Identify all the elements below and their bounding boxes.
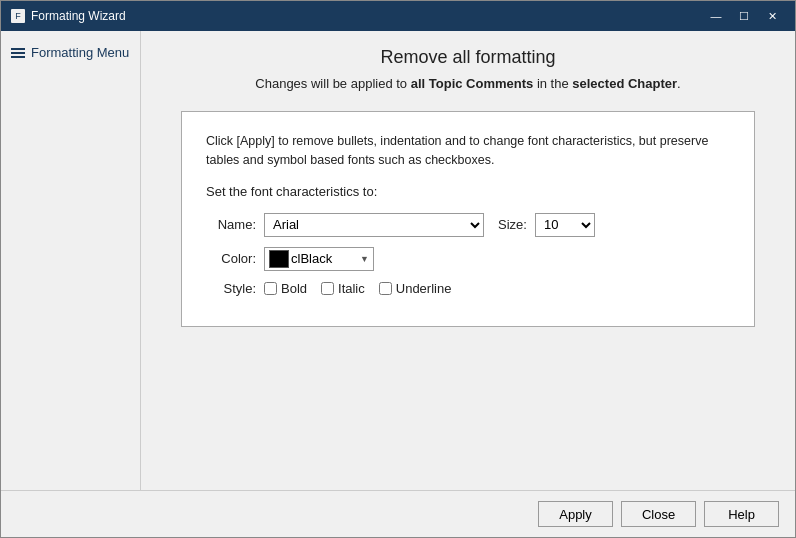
maximize-button[interactable]: ☐ xyxy=(731,7,757,25)
description-text: Click [Apply] to remove bullets, indenta… xyxy=(206,132,730,170)
minimize-button[interactable]: — xyxy=(703,7,729,25)
main-window: F Formating Wizard — ☐ ✕ Formatting Menu… xyxy=(0,0,796,538)
italic-label: Italic xyxy=(338,281,365,296)
footer: Apply Close Help xyxy=(1,490,795,537)
subtitle-bold2: selected Chapter xyxy=(572,76,677,91)
close-window-button[interactable]: ✕ xyxy=(759,7,785,25)
bold-label: Bold xyxy=(281,281,307,296)
italic-checkbox-label[interactable]: Italic xyxy=(321,281,365,296)
title-bar: F Formating Wizard — ☐ ✕ xyxy=(1,1,795,31)
app-icon: F xyxy=(11,9,25,23)
apply-button[interactable]: Apply xyxy=(538,501,613,527)
close-button[interactable]: Close xyxy=(621,501,696,527)
subtitle-suffix: . xyxy=(677,76,681,91)
color-swatch xyxy=(269,250,289,268)
window-body: Formatting Menu Remove all formatting Ch… xyxy=(1,31,795,490)
sidebar-item-formatting-menu[interactable]: Formatting Menu xyxy=(1,39,140,66)
font-name-select[interactable]: Arial Times New Roman Verdana xyxy=(264,213,484,237)
page-subtitle: Changes will be applied to all Topic Com… xyxy=(161,76,775,91)
color-value: clBlack xyxy=(291,251,360,266)
style-label: Style: xyxy=(206,281,256,296)
main-content: Remove all formatting Changes will be ap… xyxy=(141,31,795,490)
hamburger-icon xyxy=(11,48,25,58)
underline-label: Underline xyxy=(396,281,452,296)
subtitle-bold1: all Topic Comments xyxy=(411,76,534,91)
font-size-select[interactable]: 8 9 10 11 12 14 xyxy=(535,213,595,237)
italic-checkbox[interactable] xyxy=(321,282,334,295)
style-row: Style: Bold Italic Underline xyxy=(206,281,730,296)
color-select[interactable]: clBlack ▼ xyxy=(264,247,374,271)
sidebar-item-label: Formatting Menu xyxy=(31,45,129,60)
underline-checkbox[interactable] xyxy=(379,282,392,295)
content-box: Click [Apply] to remove bullets, indenta… xyxy=(181,111,755,327)
name-label: Name: xyxy=(206,217,256,232)
size-label: Size: xyxy=(498,217,527,232)
title-bar-left: F Formating Wizard xyxy=(11,9,126,23)
subtitle-mid: in the xyxy=(533,76,572,91)
color-label: Color: xyxy=(206,251,256,266)
window-controls: — ☐ ✕ xyxy=(703,7,785,25)
bold-checkbox[interactable] xyxy=(264,282,277,295)
font-settings-label: Set the font characteristics to: xyxy=(206,184,730,199)
page-title: Remove all formatting xyxy=(161,47,775,68)
help-button[interactable]: Help xyxy=(704,501,779,527)
window-title: Formating Wizard xyxy=(31,9,126,23)
color-dropdown-arrow: ▼ xyxy=(360,254,369,264)
subtitle-prefix: Changes will be applied to xyxy=(255,76,410,91)
name-size-row: Name: Arial Times New Roman Verdana Size… xyxy=(206,213,730,237)
sidebar: Formatting Menu xyxy=(1,31,141,490)
bold-checkbox-label[interactable]: Bold xyxy=(264,281,307,296)
color-row: Color: clBlack ▼ xyxy=(206,247,730,271)
style-checkboxes: Bold Italic Underline xyxy=(264,281,451,296)
underline-checkbox-label[interactable]: Underline xyxy=(379,281,452,296)
